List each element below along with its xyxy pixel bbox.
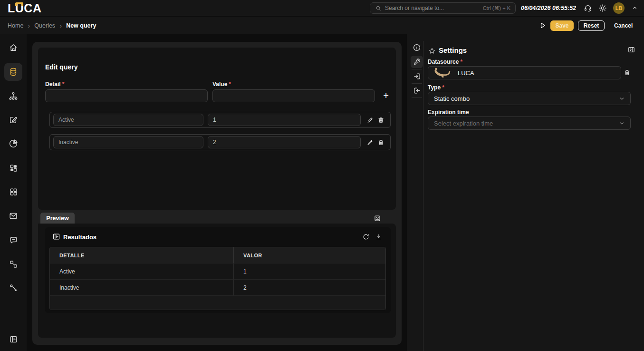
pair-value-value[interactable] [208, 136, 361, 148]
top-bar: LUCA Ctrl (⌘) + K 06/04/2026 06:55:52 LB [0, 0, 644, 16]
logo-letters-ca: CA [24, 1, 41, 15]
datasource-field[interactable]: LUCA [428, 66, 621, 79]
pencil-icon [366, 117, 374, 124]
search-shortcut-hint: Ctrl (⌘) + K [483, 5, 510, 11]
settings-title: Settings [439, 46, 467, 54]
panel-toggle-icon [9, 335, 18, 344]
pair-detail-value[interactable] [53, 136, 203, 148]
trash-icon [377, 139, 384, 146]
breadcrumb-queries[interactable]: Queries [34, 22, 55, 29]
value-label-text: Value [212, 81, 227, 88]
detail-input[interactable] [45, 89, 208, 102]
add-pair-button[interactable]: + [380, 90, 392, 101]
divider [412, 69, 422, 69]
collapse-settings-button[interactable] [627, 46, 635, 54]
breadcrumb-home[interactable]: Home [8, 22, 23, 29]
breadcrumb-separator: › [28, 22, 30, 29]
delete-pair-button[interactable] [377, 117, 384, 124]
type-label: Type* [428, 84, 444, 91]
table-empty-row [50, 295, 385, 310]
input-params-tab-button[interactable] [411, 70, 423, 82]
required-mark: * [460, 58, 462, 65]
seal-logo [432, 67, 451, 78]
sidebar-item-dashboards[interactable] [4, 159, 22, 177]
pair-detail-value[interactable] [53, 114, 203, 126]
query-editor-card: Edit query Detail* Value* + [32, 42, 402, 345]
refresh-results-button[interactable] [362, 233, 370, 241]
app-logo[interactable]: LUCA [8, 1, 41, 15]
edit-pair-button[interactable] [366, 117, 374, 124]
workflow-icon [9, 260, 18, 269]
sidebar-item-datasources[interactable] [4, 63, 22, 81]
chat-icon [9, 235, 18, 244]
sidebar-item-hierarchy[interactable] [4, 87, 22, 105]
favorite-button[interactable] [428, 47, 436, 55]
settings-tab-button[interactable] [411, 56, 423, 68]
cell-detalle: Active [50, 263, 233, 279]
route-icon [9, 283, 18, 292]
value-input[interactable] [212, 89, 375, 102]
user-menu-toggle[interactable] [631, 4, 640, 13]
panel-collapse-icon [627, 46, 635, 54]
results-title: Resultados [63, 234, 96, 241]
pair-value-value[interactable] [208, 114, 361, 126]
delete-pair-button[interactable] [377, 139, 384, 146]
edit-pair-button[interactable] [366, 139, 374, 146]
chevron-up-icon [631, 4, 638, 11]
divider [412, 83, 422, 84]
refresh-icon [362, 233, 370, 241]
table-row[interactable]: Inactive 2 [50, 279, 385, 295]
import-icon [413, 72, 421, 80]
pair-row [49, 112, 391, 128]
pair-row [49, 134, 391, 150]
type-select[interactable]: Static combo [428, 92, 631, 105]
global-search[interactable]: Ctrl (⌘) + K [370, 2, 516, 14]
logo-letter-u: U [15, 1, 24, 15]
reset-button[interactable]: Reset [578, 20, 605, 31]
database-icon [9, 67, 18, 77]
hierarchy-icon [9, 91, 18, 101]
results-icon [52, 233, 60, 241]
required-mark: * [229, 81, 231, 88]
star-icon [428, 47, 436, 55]
table-row[interactable]: Active 1 [50, 263, 385, 279]
pie-chart-icon [9, 139, 18, 148]
logo-gold-mark-icon [15, 2, 24, 6]
support-button[interactable] [584, 4, 592, 12]
value-label: Value* [212, 81, 231, 88]
output-params-tab-button[interactable] [411, 84, 423, 97]
info-tab-button[interactable] [411, 41, 423, 54]
cancel-button[interactable]: Cancel [612, 20, 634, 31]
sidebar-item-routes[interactable] [4, 279, 22, 297]
breadcrumb: Home › Queries › New query [8, 17, 96, 34]
expiration-select[interactable]: Select expiration time [428, 117, 631, 130]
search-icon [375, 5, 382, 11]
expiration-placeholder: Select expiration time [434, 120, 618, 127]
run-query-button[interactable] [538, 21, 547, 30]
save-button[interactable]: Save [550, 20, 574, 31]
detail-label-text: Detail [45, 81, 61, 88]
settings-button[interactable] [598, 4, 607, 12]
settings-panel: Settings Datasource* LUCA Type* Static c… [407, 34, 644, 351]
user-avatar[interactable]: LB [613, 2, 625, 14]
sidebar-item-editor[interactable] [4, 111, 22, 129]
sidebar-collapse-toggle[interactable] [4, 330, 22, 348]
collapse-down-icon [374, 214, 381, 222]
type-label-text: Type [428, 84, 441, 91]
datasource-label: Datasource* [428, 58, 462, 65]
sidebar-item-mail[interactable] [4, 207, 22, 225]
sidebar-item-home[interactable] [4, 39, 22, 57]
tab-preview[interactable]: Preview [40, 213, 75, 224]
cell-detalle: Inactive [50, 279, 233, 295]
search-input[interactable] [385, 5, 483, 11]
sidebar-item-apps[interactable] [4, 183, 22, 201]
download-results-button[interactable] [375, 233, 383, 241]
sidebar-item-workflows[interactable] [4, 255, 22, 273]
collapse-preview-button[interactable] [374, 214, 381, 222]
expiration-label: Expiration time [428, 109, 469, 116]
column-header-detalle: DETALLE [50, 247, 233, 263]
divider [412, 55, 422, 55]
remove-datasource-button[interactable] [624, 69, 631, 76]
sidebar-item-chat[interactable] [4, 231, 22, 249]
sidebar-item-charts[interactable] [4, 135, 22, 153]
